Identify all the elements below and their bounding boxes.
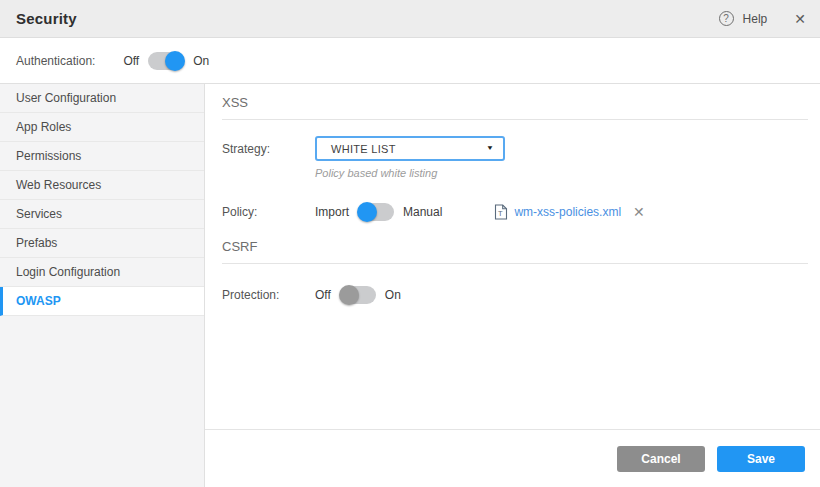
authentication-bar: Authentication: Off On xyxy=(0,38,820,84)
remove-file-icon[interactable]: ✕ xyxy=(633,205,645,219)
settings-sidebar: User Configuration App Roles Permissions… xyxy=(0,84,205,487)
toggle-knob xyxy=(357,202,377,222)
sidebar-item-services[interactable]: Services xyxy=(0,200,204,229)
sidebar-item-user-configuration[interactable]: User Configuration xyxy=(0,84,204,113)
svg-text:T: T xyxy=(498,209,503,218)
protection-label: Protection: xyxy=(222,288,315,302)
protection-on-label: On xyxy=(385,288,401,302)
xml-file-icon: T xyxy=(494,204,508,220)
xss-section-divider xyxy=(222,119,808,120)
authentication-toggle[interactable] xyxy=(148,52,184,70)
protection-row: Protection: Off On xyxy=(222,286,808,304)
policy-label: Policy: xyxy=(222,205,315,219)
csrf-section-divider xyxy=(222,263,808,264)
dialog-header: Security ? Help ✕ xyxy=(0,0,820,38)
dialog-footer: Cancel Save xyxy=(205,429,820,487)
toggle-knob xyxy=(165,51,185,71)
policy-toggle[interactable] xyxy=(358,203,394,221)
owasp-form: XSS Strategy: WHITE LIST ▼ Policy based … xyxy=(205,84,820,429)
policy-row: Policy: Import Manual T xyxy=(222,203,808,221)
sidebar-item-web-resources[interactable]: Web Resources xyxy=(0,171,204,200)
policy-file-group: T wm-xss-policies.xml ✕ xyxy=(494,204,644,220)
strategy-select[interactable]: WHITE LIST ▼ xyxy=(315,136,505,161)
chevron-down-icon: ▼ xyxy=(486,145,494,152)
protection-off-label: Off xyxy=(315,288,331,302)
csrf-section-title: CSRF xyxy=(222,239,808,254)
protection-toggle[interactable] xyxy=(340,286,376,304)
strategy-hint: Policy based white listing xyxy=(315,167,808,179)
security-dialog: Security ? Help ✕ Authentication: Off On… xyxy=(0,0,820,487)
help-icon[interactable]: ? xyxy=(719,11,734,26)
dialog-body: User Configuration App Roles Permissions… xyxy=(0,84,820,487)
page-title: Security xyxy=(16,10,77,27)
policy-manual-label: Manual xyxy=(403,205,442,219)
xss-section-title: XSS xyxy=(222,95,808,110)
sidebar-item-app-roles[interactable]: App Roles xyxy=(0,113,204,142)
policy-file-link[interactable]: wm-xss-policies.xml xyxy=(514,205,621,219)
authentication-label: Authentication: xyxy=(16,54,95,68)
authentication-off-label: Off xyxy=(123,54,139,68)
strategy-row: Strategy: WHITE LIST ▼ xyxy=(222,136,808,161)
sidebar-item-permissions[interactable]: Permissions xyxy=(0,142,204,171)
sidebar-item-login-configuration[interactable]: Login Configuration xyxy=(0,258,204,287)
close-icon[interactable]: ✕ xyxy=(794,12,806,26)
save-button[interactable]: Save xyxy=(717,446,805,472)
owasp-panel: XSS Strategy: WHITE LIST ▼ Policy based … xyxy=(205,84,820,487)
sidebar-item-owasp[interactable]: OWASP xyxy=(0,287,204,316)
authentication-on-label: On xyxy=(193,54,209,68)
help-link[interactable]: Help xyxy=(743,12,768,26)
strategy-label: Strategy: xyxy=(222,142,315,156)
strategy-selected-value: WHITE LIST xyxy=(331,143,396,155)
policy-import-label: Import xyxy=(315,205,349,219)
toggle-knob xyxy=(339,285,359,305)
sidebar-item-prefabs[interactable]: Prefabs xyxy=(0,229,204,258)
cancel-button[interactable]: Cancel xyxy=(617,446,705,472)
